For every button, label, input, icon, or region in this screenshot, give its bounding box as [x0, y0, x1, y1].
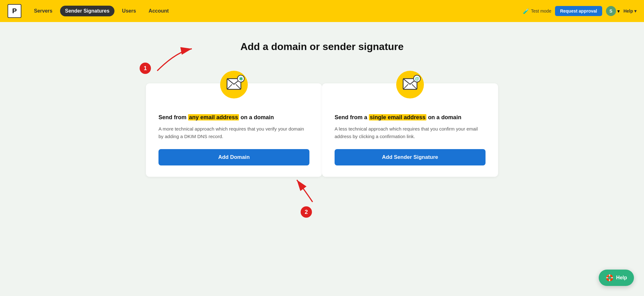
add-domain-button[interactable]: Add Domain [158, 149, 309, 165]
brand-logo: P [8, 4, 21, 18]
card-sender-icon-circle: @ [396, 71, 424, 98]
main-content: Add a domain or sender signature 1 [0, 22, 644, 202]
annotation-1: 1 [140, 46, 195, 74]
nav-sender-signatures[interactable]: Sender Signatures [60, 6, 114, 16]
annotation-2: 2 [291, 177, 322, 218]
nav-servers[interactable]: Servers [29, 6, 58, 16]
request-approval-button[interactable]: Request approval [555, 6, 602, 16]
annotation-badge-1: 1 [140, 63, 151, 74]
sender-envelope-icon: @ [402, 78, 418, 91]
asterisk-badge: ✱ [237, 75, 245, 82]
avatar: S [606, 6, 616, 16]
flask-icon: 🧪 [523, 8, 529, 14]
card-domain-icon-circle: ✱ [220, 71, 248, 98]
annotation-arrow-1 [151, 46, 195, 74]
help-fab-button[interactable]: 🛟 Help [599, 270, 634, 286]
at-icon: @ [415, 76, 419, 81]
user-avatar-dropdown[interactable]: S ▾ [606, 6, 620, 16]
asterisk-icon: ✱ [239, 76, 243, 81]
nav-users[interactable]: Users [117, 6, 141, 16]
add-sender-signature-button[interactable]: Add Sender Signature [335, 149, 486, 165]
card-domain-description: A more technical approach which requires… [158, 125, 309, 140]
sender-highlight: single email address [369, 114, 426, 120]
lifebuoy-icon: 🛟 [606, 274, 613, 282]
card-domain: ✱ Send from any email address on a domai… [146, 83, 322, 177]
nav-right: 🧪 Test mode Request approval S ▾ Help ▾ [523, 6, 636, 16]
card-sender-signature: @ Send from a single email address on a … [322, 83, 498, 177]
annotation-badge-2: 2 [301, 206, 312, 218]
page-wrapper: P Servers Sender Signatures Users Accoun… [0, 0, 644, 202]
test-mode-label: Test mode [531, 8, 552, 14]
domain-highlight: any email address [188, 114, 239, 120]
page-title: Add a domain or sender signature [240, 41, 403, 53]
nav-account[interactable]: Account [144, 6, 174, 16]
at-badge: @ [413, 75, 421, 82]
navbar: P Servers Sender Signatures Users Accoun… [0, 0, 644, 22]
test-mode-indicator: 🧪 Test mode [523, 8, 552, 14]
card-sender-heading: Send from a single email address on a do… [335, 114, 461, 121]
cards-area: 1 [13, 68, 631, 177]
card-domain-icon-wrapper: ✱ [220, 71, 248, 98]
domain-envelope-icon: ✱ [226, 78, 242, 91]
help-label: Help [624, 8, 633, 14]
card-sender-description: A less technical approach which requires… [335, 125, 486, 140]
card-sender-icon-wrapper: @ [396, 71, 424, 98]
help-chevron-icon: ▾ [634, 8, 636, 14]
annotation-arrow-2 [291, 177, 322, 205]
card-domain-heading: Send from any email address on a domain [158, 114, 274, 121]
avatar-chevron-icon: ▾ [617, 8, 620, 14]
help-fab-label: Help [616, 275, 627, 281]
nav-help-link[interactable]: Help ▾ [624, 8, 636, 14]
